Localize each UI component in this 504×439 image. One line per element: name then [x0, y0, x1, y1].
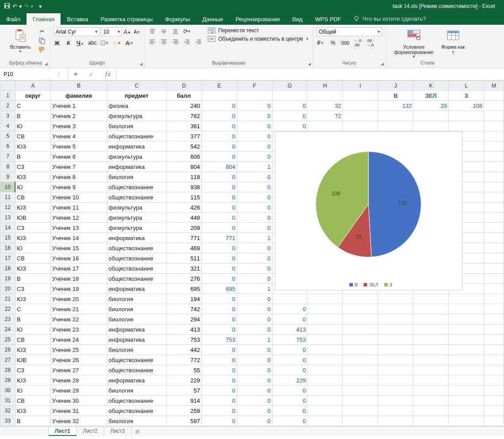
cell-B5[interactable]: Ученик 4 — [50, 131, 107, 141]
cell-B6[interactable]: Ученик 5 — [50, 141, 107, 152]
col-B[interactable]: B — [50, 81, 107, 91]
cell-I32[interactable] — [343, 406, 378, 416]
cell-D12[interactable]: 426 — [166, 202, 201, 213]
cell-E24[interactable]: 0 — [201, 324, 237, 335]
cell-A11[interactable]: СВ — [15, 192, 50, 202]
cell-E9[interactable]: 0 — [201, 172, 237, 182]
cell-D16[interactable]: 469 — [166, 243, 201, 253]
cell-C26[interactable]: биология — [107, 345, 166, 355]
cell-E16[interactable]: 0 — [201, 243, 237, 253]
cell-B14[interactable]: Ученик 13 — [50, 223, 107, 233]
cell-K32[interactable] — [413, 406, 449, 416]
cell-E5[interactable]: 0 — [201, 131, 237, 141]
row-1[interactable]: 1 — [0, 91, 15, 101]
cell-G1[interactable] — [272, 91, 307, 101]
cell-H4[interactable] — [307, 121, 343, 131]
tab-wps[interactable]: WPS PDF — [309, 13, 347, 25]
cell-E33[interactable]: 0 — [201, 416, 237, 426]
valign-middle-icon[interactable] — [160, 27, 168, 35]
cell-D26[interactable]: 442 — [166, 345, 201, 355]
cell-B18[interactable]: Ученик 17 — [50, 263, 107, 274]
col-H[interactable]: H — [307, 81, 343, 91]
cell-C10[interactable]: обществознание — [107, 182, 166, 192]
cell-D15[interactable]: 771 — [166, 233, 201, 243]
font-face-input[interactable] — [54, 29, 94, 35]
merge-dropdown-icon[interactable]: ▼ — [306, 37, 309, 41]
cell-G25[interactable]: 753 — [272, 335, 307, 345]
row-7[interactable]: 7 — [0, 152, 15, 162]
col-K[interactable]: K — [413, 81, 449, 91]
cell-K22[interactable] — [413, 304, 449, 314]
cell-D10[interactable]: 938 — [166, 182, 201, 192]
cell-K1[interactable]: ЗЕЛ — [413, 91, 449, 101]
cell-M27[interactable] — [484, 355, 504, 365]
cell-B4[interactable]: Ученик 3 — [50, 121, 107, 131]
increase-font-icon[interactable]: A▲ — [123, 28, 131, 36]
cell-A17[interactable]: СВ — [15, 253, 50, 263]
cell-J27[interactable] — [378, 355, 413, 365]
cell-B13[interactable]: Ученик 12 — [50, 213, 107, 223]
cell-C11[interactable]: обществознание — [107, 192, 166, 202]
cell-B27[interactable]: Ученик 26 — [50, 355, 107, 365]
cell-K4[interactable] — [413, 121, 449, 131]
cell-B28[interactable]: Ученик 27 — [50, 365, 107, 375]
cell-E4[interactable]: 0 — [201, 121, 237, 131]
number-format-input[interactable] — [317, 29, 376, 35]
cell-C7[interactable]: физкультура — [107, 152, 166, 162]
cell-I24[interactable] — [343, 324, 378, 335]
col-J[interactable]: J — [378, 81, 413, 91]
cell-E13[interactable]: 0 — [201, 213, 237, 223]
cell-J25[interactable] — [378, 335, 413, 345]
cell-H32[interactable] — [307, 406, 343, 416]
new-sheet-button[interactable]: ⊕ — [132, 427, 143, 436]
cell-C13[interactable]: физкультура — [107, 213, 166, 223]
cell-B31[interactable]: Ученик 30 — [50, 396, 107, 406]
cell-D32[interactable]: 259 — [166, 406, 201, 416]
cell-A5[interactable]: СВ — [15, 131, 50, 141]
font-size-combo[interactable]: ▼ — [101, 27, 121, 36]
cut-icon[interactable]: ✂ — [38, 27, 46, 35]
pie-slice-0[interactable] — [368, 152, 421, 257]
cell-D5[interactable]: 377 — [166, 131, 201, 141]
cell-D9[interactable]: 118 — [166, 172, 201, 182]
cell-L32[interactable] — [449, 406, 484, 416]
cell-L27[interactable] — [449, 355, 484, 365]
cell-D17[interactable]: 511 — [166, 253, 201, 263]
cell-B21[interactable]: Ученик 20 — [50, 294, 107, 304]
cell-A31[interactable]: СВ — [15, 396, 50, 406]
paste-dropdown-icon[interactable]: ▼ — [19, 50, 22, 53]
comma-format-icon[interactable]: 000 — [341, 39, 349, 47]
cell-E25[interactable]: 753 — [201, 335, 237, 345]
cell-C6[interactable]: информатика — [107, 141, 166, 152]
cell-G26[interactable]: 0 — [272, 345, 307, 355]
cell-C22[interactable]: биология — [107, 304, 166, 314]
sheet-tab-0[interactable]: Лист1 — [49, 427, 77, 436]
cell-M15[interactable] — [484, 233, 504, 243]
cell-M18[interactable] — [484, 263, 504, 274]
decrease-decimal-icon[interactable]: .00→.0 — [366, 39, 374, 47]
cell-E18[interactable]: 0 — [201, 263, 237, 274]
cell-A1[interactable]: округ — [15, 91, 50, 101]
cell-C32[interactable]: обществознание — [107, 406, 166, 416]
cell-F12[interactable]: 0 — [237, 202, 272, 213]
alignment-dialog-icon[interactable]: ◢ — [308, 61, 311, 66]
col-E[interactable]: E — [201, 81, 237, 91]
cell-K24[interactable] — [413, 324, 449, 335]
cell-F23[interactable]: 0 — [237, 314, 272, 324]
cell-I22[interactable] — [343, 304, 378, 314]
cell-M20[interactable] — [484, 284, 504, 294]
cell-F21[interactable]: 0 — [237, 294, 272, 304]
cell-B22[interactable]: Ученик 21 — [50, 304, 107, 314]
select-all-cell[interactable] — [0, 81, 15, 91]
cell-F8[interactable]: 1 — [237, 162, 272, 172]
cell-D33[interactable]: 597 — [166, 416, 201, 426]
cell-C4[interactable]: биология — [107, 121, 166, 131]
cell-E2[interactable]: 0 — [201, 101, 237, 111]
cell-M31[interactable] — [484, 396, 504, 406]
orientation-icon[interactable]: ⟳▼ — [183, 27, 191, 35]
cell-H22[interactable] — [307, 304, 343, 314]
cell-E31[interactable]: 0 — [201, 396, 237, 406]
cell-A18[interactable]: ЮЗ — [15, 263, 50, 274]
cell-B32[interactable]: Ученик 31 — [50, 406, 107, 416]
cell-M32[interactable] — [484, 406, 504, 416]
